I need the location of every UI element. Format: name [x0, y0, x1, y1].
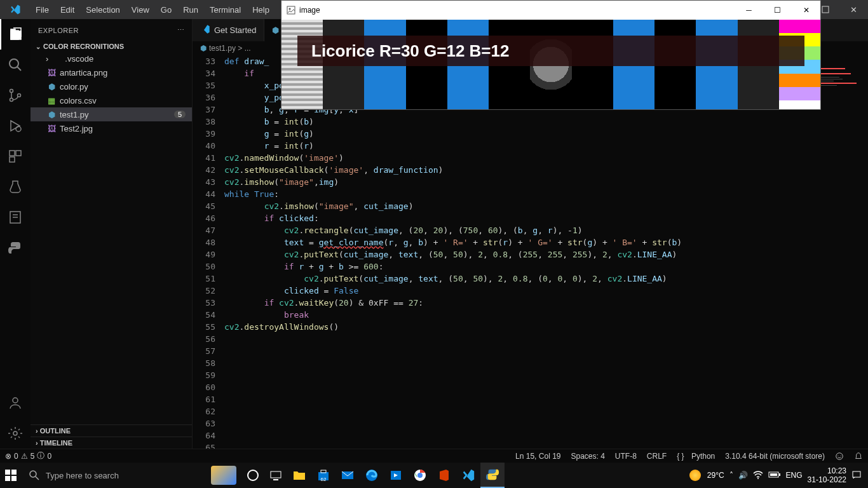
sidebar-title: EXPLORER — [38, 27, 79, 34]
explorer-sidebar: EXPLORER ⋯ ⌄ COLOR RECRONITIONS ›.vscode… — [31, 19, 193, 449]
weather-widget[interactable]: 29°C — [689, 470, 724, 481]
status-lang[interactable]: { } Python — [672, 452, 720, 461]
svg-rect-9 — [10, 151, 15, 156]
taskview-icon[interactable] — [264, 463, 287, 488]
news-widget-icon[interactable] — [206, 463, 241, 488]
image-maximize-button[interactable]: ☐ — [763, 1, 792, 20]
image-window-titlebar[interactable]: image ─ ☐ ✕ — [281, 1, 820, 20]
file--vscode[interactable]: ›.vscode — [31, 51, 192, 65]
problems-badge: 5 — [174, 111, 186, 118]
source-control-icon[interactable] — [0, 80, 31, 111]
status-bell-icon[interactable] — [849, 452, 868, 461]
file-tree: ›.vscode🖼antartica.png⬢color.py▦colors.c… — [31, 51, 192, 424]
testing-icon[interactable] — [0, 172, 31, 202]
search-icon[interactable] — [0, 50, 31, 80]
chrome-icon[interactable] — [408, 463, 432, 488]
file-test1-py[interactable]: ⬢test1.py5 — [31, 107, 192, 121]
svg-line-23 — [36, 477, 39, 480]
battery-icon[interactable] — [768, 471, 781, 480]
svg-point-17 — [836, 452, 843, 459]
file-antartica-png[interactable]: 🖼antartica.png — [31, 65, 192, 79]
references-icon[interactable] — [0, 202, 31, 233]
explorer-icon[interactable] — [0, 19, 31, 50]
status-bar: ⊗0 ⚠5 ⓘ0 Ln 15, Col 19 Spaces: 4 UTF-8 C… — [0, 449, 868, 463]
file-Test2-jpg[interactable]: 🖼Test2.jpg — [31, 121, 192, 135]
svg-rect-19 — [11, 470, 17, 475]
svg-rect-21 — [11, 476, 17, 481]
status-interpreter[interactable]: 3.10.4 64-bit (microsoft store) — [720, 452, 830, 461]
warning-icon: ⚠ — [21, 452, 28, 461]
image-minimize-button[interactable]: ─ — [735, 1, 763, 20]
tab-get-started[interactable]: Get Started — [193, 19, 264, 41]
image-window-title: image — [299, 6, 320, 15]
svg-rect-2 — [822, 6, 829, 13]
menu-terminal[interactable]: Terminal — [205, 3, 246, 17]
taskbar-search[interactable]: Type here to search — [22, 463, 206, 488]
svg-point-16 — [13, 431, 17, 435]
menu-go[interactable]: Go — [156, 3, 177, 17]
store-icon[interactable]: 62 — [311, 463, 336, 488]
image-window[interactable]: image ─ ☐ ✕ Licorice R=30 G=12 B=12 — [281, 0, 821, 110]
cortana-icon[interactable] — [241, 463, 264, 488]
close-button[interactable]: ✕ — [839, 0, 868, 19]
menu-bar: FileEditSelectionViewGoRunTerminalHelp — [31, 3, 275, 17]
code-editor[interactable]: 3334353637383940414243444546474849505152… — [193, 55, 868, 449]
file-colors-csv[interactable]: ▦colors.csv — [31, 93, 192, 107]
wifi-icon[interactable] — [753, 470, 763, 482]
office-icon[interactable] — [432, 463, 456, 488]
code-content[interactable]: def draw_ if x_pos = x y_pos = y b, g, r… — [224, 55, 868, 449]
chevron-down-icon: ⌄ — [36, 43, 41, 50]
csv-icon: ▦ — [46, 96, 57, 105]
file-color-py[interactable]: ⬢color.py — [31, 79, 192, 93]
timeline-section[interactable]: › TIMELINE — [31, 437, 192, 449]
outline-section[interactable]: › OUTLINE — [31, 424, 192, 437]
account-icon[interactable] — [0, 388, 31, 418]
python-env-icon[interactable] — [0, 233, 31, 263]
menu-file[interactable]: File — [31, 3, 54, 17]
menu-help[interactable]: Help — [247, 3, 275, 17]
image-content[interactable]: Licorice R=30 G=12 B=12 — [281, 20, 820, 109]
svg-point-7 — [18, 94, 21, 97]
menu-selection[interactable]: Selection — [81, 3, 125, 17]
folder-name: COLOR RECRONITIONS — [43, 43, 124, 50]
svg-text:62: 62 — [321, 477, 327, 482]
mail-icon[interactable] — [336, 463, 360, 488]
svg-point-34 — [417, 473, 423, 478]
status-cursor[interactable]: Ln 15, Col 19 — [510, 452, 566, 461]
start-button[interactable] — [0, 463, 22, 488]
run-debug-icon[interactable] — [0, 111, 31, 141]
error-icon: ⊗ — [5, 452, 11, 461]
chevron-up-icon[interactable]: ˄ — [729, 471, 733, 480]
file-explorer-icon[interactable] — [287, 463, 311, 488]
system-tray: 29°C ˄ 🔊 ENG 10:23 31-10-2022 — [689, 466, 868, 485]
status-encoding[interactable]: UTF-8 — [610, 452, 642, 461]
menu-run[interactable]: Run — [178, 3, 203, 17]
svg-rect-26 — [273, 479, 278, 480]
menu-view[interactable]: View — [126, 3, 154, 17]
svg-point-22 — [30, 471, 36, 477]
movies-icon[interactable] — [384, 463, 408, 488]
svg-rect-10 — [16, 151, 21, 156]
status-problems[interactable]: ⊗0 ⚠5 ⓘ0 — [0, 451, 57, 461]
python-icon: ⬢ — [46, 82, 57, 92]
image-close-button[interactable]: ✕ — [792, 1, 820, 20]
app-icon — [287, 6, 295, 15]
line-gutter: 3334353637383940414243444546474849505152… — [193, 55, 224, 449]
edge-icon[interactable] — [360, 463, 384, 488]
more-actions-icon[interactable]: ⋯ — [177, 26, 185, 34]
vscode-taskbar-icon[interactable] — [456, 463, 480, 488]
python-taskbar-icon[interactable] — [480, 463, 505, 488]
status-feedback-icon[interactable] — [830, 452, 849, 461]
extensions-icon[interactable] — [0, 141, 31, 172]
clock[interactable]: 10:23 31-10-2022 — [808, 466, 846, 485]
notification-icon[interactable] — [851, 470, 862, 482]
folder-root[interactable]: ⌄ COLOR RECRONITIONS — [31, 41, 192, 51]
menu-edit[interactable]: Edit — [55, 3, 79, 17]
settings-icon[interactable] — [0, 418, 31, 449]
status-eol[interactable]: CRLF — [642, 452, 672, 461]
status-spaces[interactable]: Spaces: 4 — [566, 452, 609, 461]
search-icon — [29, 470, 39, 480]
svg-point-35 — [757, 478, 759, 479]
speaker-icon[interactable]: 🔊 — [738, 471, 748, 480]
lang-indicator[interactable]: ENG — [786, 471, 803, 480]
